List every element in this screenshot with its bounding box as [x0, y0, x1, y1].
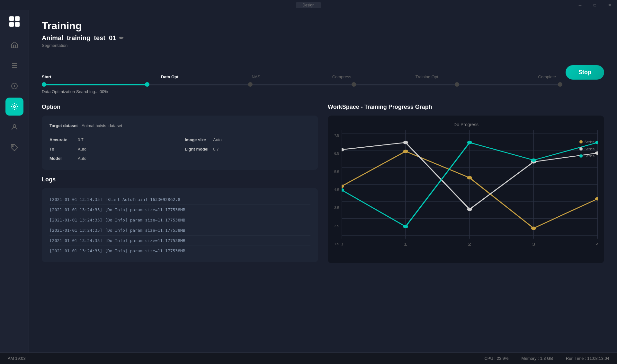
svg-text:4: 4	[596, 242, 598, 246]
legend-white: Series	[579, 147, 595, 151]
legend-label-white: Series	[585, 147, 595, 151]
option-card: Target dataset Animal.haivis_dataset Acc…	[42, 116, 318, 170]
step-compress: Compress	[299, 74, 385, 80]
option-fields: Accurate 0.7 Image size Auto To Auto L	[49, 136, 310, 162]
sidebar-item-profile[interactable]	[5, 118, 23, 136]
svg-point-37	[467, 141, 472, 144]
chart-graph-title: Do Progress	[334, 122, 598, 127]
svg-rect-2	[9, 22, 14, 27]
svg-rect-0	[9, 16, 14, 21]
step-complete: Complete	[470, 74, 556, 80]
log-entry-5: [2021-01-01 13:24:35] [Do Info] param si…	[49, 236, 310, 246]
sidebar-item-settings[interactable]	[5, 98, 23, 116]
svg-point-11	[13, 125, 16, 127]
svg-rect-3	[15, 22, 20, 27]
svg-point-12	[12, 146, 13, 147]
field-image-size-value: Auto	[213, 137, 222, 142]
y-tick-65: 6.5	[334, 152, 339, 155]
chart-section-title: WorkSpace - Training Progress Graph	[328, 104, 604, 110]
svg-text:1: 1	[404, 242, 407, 246]
svg-point-32	[467, 208, 472, 211]
log-entry-3: [2021-01-01 13:24:35] [Do Info] param si…	[49, 215, 310, 225]
header-left: Training Animal_training_test_01 ✏ Segme…	[42, 20, 123, 56]
y-tick-55: 5.5	[334, 170, 339, 174]
node-start	[42, 82, 46, 87]
step-start: Start	[42, 74, 128, 80]
sidebar-item-tag[interactable]	[5, 139, 23, 157]
svg-point-28	[531, 227, 536, 230]
title-bar: Design ─ □ ✕	[0, 0, 617, 10]
field-model: Model Auto	[49, 155, 175, 162]
page-title: Training	[42, 20, 123, 32]
step-label-compress: Compress	[332, 74, 351, 79]
legend-label-orange: Series	[585, 140, 595, 144]
close-button[interactable]: ✕	[602, 0, 617, 10]
seg-2	[149, 84, 248, 85]
svg-rect-1	[15, 16, 20, 21]
svg-point-39	[595, 141, 598, 144]
legend-dot-teal	[579, 154, 583, 158]
svg-text:3: 3	[532, 242, 536, 246]
seg-5	[459, 84, 558, 85]
sidebar-item-add[interactable]	[5, 77, 23, 95]
step-label-nas: NAS	[252, 74, 260, 79]
logo	[6, 13, 22, 30]
sidebar-item-home[interactable]	[5, 36, 23, 54]
svg-text:0: 0	[342, 242, 343, 246]
legend-dot-orange	[579, 140, 583, 143]
chart-body: 7.5 6.5 5.5 4.5 3.5 2.5 1.5	[334, 130, 598, 252]
field-light-model-label: Light model	[185, 147, 210, 152]
stop-button[interactable]: Stop	[566, 65, 604, 80]
field-to: To Auto	[49, 145, 175, 153]
seg-4	[356, 84, 455, 85]
edit-icon[interactable]: ✏	[119, 35, 123, 41]
field-light-model-value: 0.7	[213, 147, 219, 152]
left-column: Option Target dataset Animal.haivis_data…	[42, 104, 318, 263]
svg-text:2: 2	[468, 242, 471, 246]
legend-label-teal: Series	[585, 154, 595, 158]
field-to-label: To	[49, 147, 75, 152]
progress-bar-row	[42, 82, 562, 87]
logs-card: [2021-01-01 13:24:35] [Start AutoTrain] …	[42, 188, 318, 262]
step-label-data-opt: Data Opt.	[161, 74, 180, 79]
main-grid: Option Target dataset Animal.haivis_data…	[42, 104, 604, 263]
chart-svg-area: 0 1 2 3 4 Accuracy	[342, 130, 598, 252]
field-accurate-value: 0.7	[78, 137, 84, 142]
legend-dot-white	[579, 147, 583, 151]
logs-title: Logs	[42, 176, 318, 183]
step-label-start: Start	[42, 74, 51, 79]
status-memory: Memory : 1.3 GB	[522, 356, 553, 361]
svg-point-10	[13, 106, 15, 108]
y-axis: 7.5 6.5 5.5 4.5 3.5 2.5 1.5	[334, 130, 342, 252]
node-complete	[558, 82, 562, 87]
y-tick-35: 3.5	[334, 206, 339, 210]
field-image-size-label: Image size	[185, 137, 210, 142]
sidebar	[0, 10, 29, 352]
status-stats: CPU : 23.9% Memory : 1.3 GB Run Time : 1…	[484, 356, 609, 361]
status-runtime: Run Time : 11:08:13.04	[566, 356, 609, 361]
y-tick-45: 4.5	[334, 188, 339, 192]
progress-status: Data Optimization Searching... 00%	[42, 89, 604, 94]
node-compress	[352, 82, 356, 87]
minimize-button[interactable]: ─	[573, 0, 587, 10]
project-type: Segmentation	[42, 43, 123, 48]
status-time: AM 19:03	[8, 356, 26, 361]
field-light-model: Light model 0.7	[185, 145, 310, 153]
status-cpu: CPU : 23.9%	[484, 356, 508, 361]
legend-teal: Series	[579, 154, 595, 158]
node-data-opt	[145, 82, 149, 87]
chart-svg: 0 1 2 3 4 Accuracy	[342, 130, 598, 252]
svg-point-30	[342, 148, 344, 152]
option-title: Option	[42, 104, 318, 110]
log-entry-1: [2021-01-01 13:24:35] [Start AutoTrain] …	[49, 195, 310, 205]
y-tick-25: 2.5	[334, 224, 339, 228]
node-nas	[248, 82, 253, 87]
maximize-button[interactable]: □	[587, 0, 602, 10]
sidebar-item-list[interactable]	[5, 56, 23, 74]
node-training-opt	[455, 82, 459, 87]
svg-point-34	[595, 151, 598, 155]
chart-container: Do Progress 7.5 6.5 5.5 4.5 3.5 2.5 1.5	[328, 116, 604, 263]
field-model-label: Model	[49, 156, 75, 161]
status-bar: AM 19:03 CPU : 23.9% Memory : 1.3 GB Run…	[0, 352, 617, 364]
field-model-value: Auto	[78, 156, 86, 161]
